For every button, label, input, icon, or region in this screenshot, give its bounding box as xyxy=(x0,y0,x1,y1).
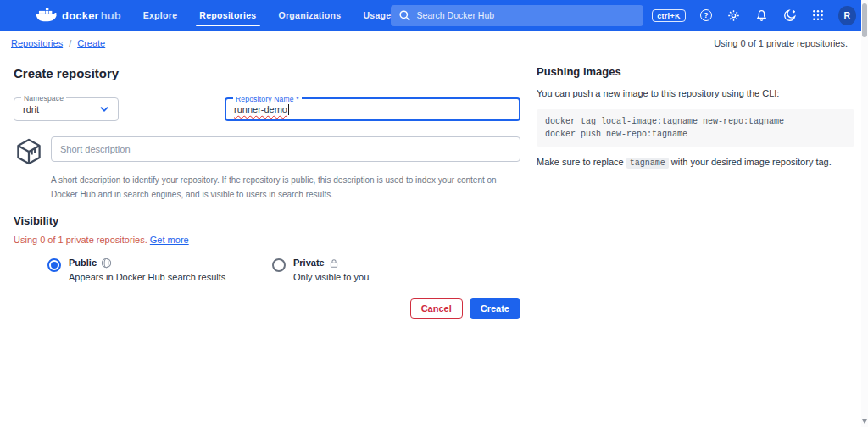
docker-hub-logo[interactable]: docker hub xyxy=(36,6,121,25)
create-repository-form: Create repository Namespace rdrit Reposi… xyxy=(14,66,520,319)
short-description-input[interactable] xyxy=(51,136,520,162)
private-repo-usage-note: Using 0 of 1 private repositories. xyxy=(714,38,848,48)
page-title: Create repository xyxy=(14,66,520,80)
visibility-warning-text: Using 0 of 1 private repositories. xyxy=(14,235,147,245)
visibility-radio-group: Public Appears in Docker Hub search resu… xyxy=(14,256,520,285)
namespace-value: rdrit xyxy=(23,104,39,114)
repository-cube-icon xyxy=(14,136,44,167)
private-description: Only visible to you xyxy=(293,270,369,285)
cli-command-push: docker push new-repo:tagname xyxy=(545,128,846,141)
cli-code-block: docker tag local-image:tagname new-repo:… xyxy=(537,109,854,147)
primary-nav: Explore Repositories Organizations Usage xyxy=(143,0,392,30)
theme-toggle-icon[interactable] xyxy=(783,8,797,22)
user-avatar[interactable]: R xyxy=(838,6,856,25)
chevron-down-icon xyxy=(99,104,109,114)
form-actions: Cancel Create xyxy=(14,298,520,319)
create-button[interactable]: Create xyxy=(470,298,520,319)
namespace-select[interactable]: Namespace rdrit xyxy=(14,97,119,121)
get-more-link[interactable]: Get more xyxy=(150,235,189,245)
pushing-images-panel: Pushing images You can push a new image … xyxy=(537,65,854,179)
scrollbar-thumb[interactable] xyxy=(862,3,867,37)
breadcrumb-row: Repositories / Create Using 0 of 1 priva… xyxy=(0,30,861,48)
tagname-note: Make sure to replace tagname with your d… xyxy=(537,157,854,168)
search-bar[interactable] xyxy=(391,5,643,26)
public-description: Appears in Docker Hub search results xyxy=(69,270,225,285)
public-label: Public xyxy=(69,256,97,270)
cli-command-tag: docker tag local-image:tagname new-repo:… xyxy=(545,115,846,128)
help-icon[interactable]: ? xyxy=(699,8,713,22)
text-caret xyxy=(288,104,289,115)
tagname-inline-code: tagname xyxy=(626,158,669,169)
lock-icon xyxy=(329,258,339,269)
nav-usage[interactable]: Usage xyxy=(363,0,391,30)
brand-name: docker xyxy=(62,9,99,22)
public-radio-button[interactable] xyxy=(47,258,61,272)
search-icon xyxy=(398,9,411,22)
repository-name-input[interactable]: Repository Name * runner-demo xyxy=(225,97,520,121)
breadcrumb-create[interactable]: Create xyxy=(77,38,105,48)
repository-name-value: runner-demo xyxy=(234,104,287,114)
radio-private[interactable]: Private Only visible to you xyxy=(272,256,369,285)
nav-organizations[interactable]: Organizations xyxy=(279,0,342,30)
notifications-bell-icon[interactable] xyxy=(755,8,769,22)
description-helper-text: A short description to identify your rep… xyxy=(51,173,519,202)
scrollbar-down-arrow-icon[interactable] xyxy=(862,419,867,424)
radio-public[interactable]: Public Appears in Docker Hub search resu… xyxy=(47,256,272,285)
nav-explore[interactable]: Explore xyxy=(143,0,178,30)
brand-suffix: hub xyxy=(101,9,121,22)
docker-whale-icon xyxy=(36,6,57,25)
apps-grid-icon[interactable] xyxy=(811,8,825,22)
search-input[interactable] xyxy=(391,5,643,26)
visibility-usage-warning: Using 0 of 1 private repositories. Get m… xyxy=(14,235,520,245)
visibility-title: Visibility xyxy=(14,214,520,227)
vertical-scrollbar[interactable] xyxy=(861,0,868,427)
breadcrumb-separator: / xyxy=(69,38,71,48)
description-row xyxy=(14,136,520,167)
cancel-button[interactable]: Cancel xyxy=(410,298,463,319)
search-shortcut-badge: ctrl+K xyxy=(652,9,686,22)
private-label: Private xyxy=(293,256,325,270)
namespace-label: Namespace xyxy=(21,94,66,103)
note-suffix: with your desired image repository tag. xyxy=(671,157,832,167)
note-prefix: Make sure to replace xyxy=(537,157,624,167)
name-fields-row: Namespace rdrit Repository Name * runner… xyxy=(14,97,520,121)
pushing-images-intro: You can push a new image to this reposit… xyxy=(537,88,854,98)
pushing-images-title: Pushing images xyxy=(537,65,854,78)
breadcrumb-repositories[interactable]: Repositories xyxy=(11,38,63,48)
repository-name-label: Repository Name * xyxy=(233,95,302,103)
breadcrumb: Repositories / Create xyxy=(11,38,105,48)
top-navbar: docker hub Explore Repositories Organiza… xyxy=(0,0,868,30)
private-radio-button[interactable] xyxy=(272,258,286,272)
nav-icon-group: ? xyxy=(699,8,825,22)
nav-repositories[interactable]: Repositories xyxy=(199,0,256,30)
globe-icon xyxy=(101,258,112,269)
settings-gear-icon[interactable] xyxy=(727,8,741,22)
